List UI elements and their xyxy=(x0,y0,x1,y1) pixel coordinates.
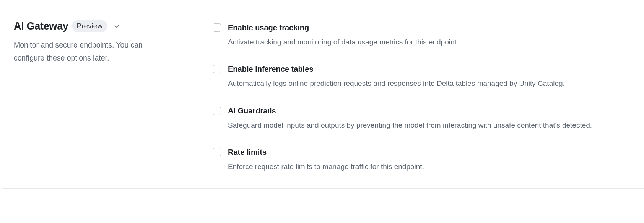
option-description: Safeguard model inputs and outputs by pr… xyxy=(228,120,595,131)
checkbox-usage-tracking[interactable] xyxy=(213,23,221,32)
option-content: Enable usage tracking Activate tracking … xyxy=(228,23,632,48)
checkbox-inference-tables[interactable] xyxy=(213,65,221,73)
option-description: Automatically logs online prediction req… xyxy=(228,78,595,89)
option-description: Activate tracking and monitoring of data… xyxy=(228,36,595,48)
section-title: AI Gateway xyxy=(14,20,68,32)
section-header-panel: AI Gateway Preview Monitor and secure en… xyxy=(14,20,190,173)
chevron-down-icon[interactable] xyxy=(113,23,120,30)
section-description: Monitor and secure endpoints. You can co… xyxy=(14,38,174,64)
option-rate-limits: Rate limits Enforce request rate limits … xyxy=(213,147,632,172)
option-usage-tracking: Enable usage tracking Activate tracking … xyxy=(213,23,632,48)
options-panel: Enable usage tracking Activate tracking … xyxy=(213,20,632,173)
option-ai-guardrails: AI Guardrails Safeguard model inputs and… xyxy=(213,106,632,131)
option-inference-tables: Enable inference tables Automatically lo… xyxy=(213,64,632,89)
option-title: Enable usage tracking xyxy=(228,23,632,33)
checkbox-rate-limits[interactable] xyxy=(213,148,221,156)
option-title: AI Guardrails xyxy=(228,106,632,116)
option-title: Rate limits xyxy=(228,147,632,157)
option-content: Enable inference tables Automatically lo… xyxy=(228,64,632,89)
ai-gateway-section: AI Gateway Preview Monitor and secure en… xyxy=(2,1,644,189)
checkbox-ai-guardrails[interactable] xyxy=(213,107,221,115)
option-description: Enforce request rate limits to manage tr… xyxy=(228,161,595,172)
preview-badge: Preview xyxy=(72,20,107,32)
option-title: Enable inference tables xyxy=(228,64,632,74)
option-content: Rate limits Enforce request rate limits … xyxy=(228,147,632,172)
option-content: AI Guardrails Safeguard model inputs and… xyxy=(228,106,632,131)
section-title-row[interactable]: AI Gateway Preview xyxy=(14,20,190,32)
